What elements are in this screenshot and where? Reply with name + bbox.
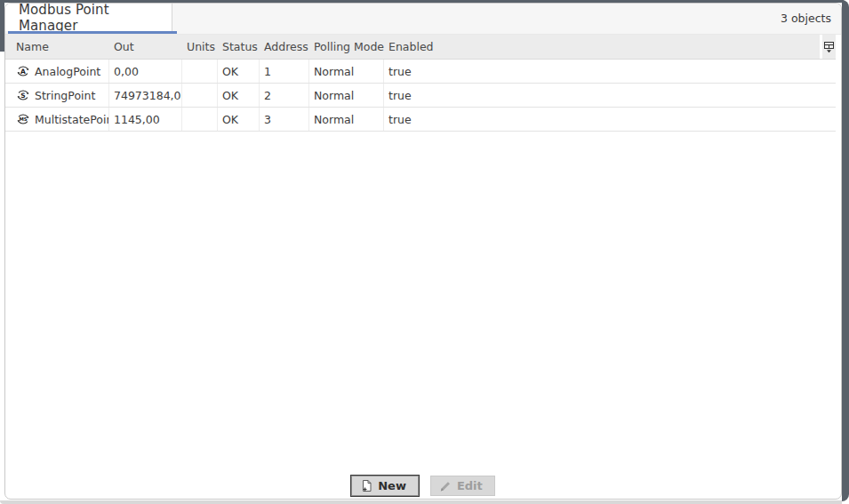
cell-enabled: true — [384, 108, 820, 131]
cell-status: OK — [218, 60, 260, 83]
column-header-enabled[interactable]: Enabled — [384, 40, 820, 53]
column-header-units[interactable]: Units — [182, 40, 218, 53]
point-name: AnalogPoint — [35, 65, 100, 78]
table-header-row: Name Out Units Status Address Polling Mo… — [5, 35, 836, 60]
column-header-polling-mode[interactable]: Polling Mode — [309, 40, 384, 53]
edit-pencil-icon — [439, 480, 452, 492]
column-header-out[interactable]: Out — [109, 40, 182, 53]
table-row-stringpoint[interactable]: S StringPoint 74973184,00 OK 2 Normal tr… — [5, 84, 836, 108]
tab-bar: Modbus Point Manager 3 objects — [5, 4, 841, 35]
cell-units — [182, 108, 218, 131]
cell-polling-mode: Normal — [309, 108, 384, 131]
multistate-point-icon: MS — [16, 112, 30, 126]
active-tab-indicator — [8, 31, 177, 34]
object-count-label: 3 objects — [781, 12, 831, 25]
edit-button-label: Edit — [457, 479, 483, 492]
svg-text:S: S — [20, 92, 25, 100]
point-name: MultistatePoint — [35, 113, 109, 126]
page-title: Modbus Point Manager — [19, 3, 172, 34]
column-header-name[interactable]: Name — [5, 40, 109, 53]
cell-out: 1145,00 — [109, 108, 182, 131]
table-body: A AnalogPoint 0,00 OK 1 Normal true S — [5, 60, 841, 132]
cell-out: 0,00 — [109, 60, 182, 83]
new-button[interactable]: New — [351, 476, 419, 496]
cell-enabled: true — [384, 84, 820, 107]
table-row-multistatepoint[interactable]: MS MultistatePoint 1145,00 OK 3 Normal t… — [5, 108, 836, 132]
cell-units — [182, 84, 218, 107]
table-options-icon — [823, 41, 835, 53]
cell-polling-mode: Normal — [309, 60, 384, 83]
new-button-label: New — [378, 479, 406, 492]
cell-status: OK — [218, 108, 260, 131]
action-bar: New Edit — [5, 476, 841, 496]
row-spacer — [820, 84, 836, 107]
column-header-status[interactable]: Status — [218, 40, 260, 53]
point-name: StringPoint — [35, 89, 95, 102]
svg-text:A: A — [20, 68, 26, 76]
analog-point-icon: A — [16, 64, 30, 78]
table-row-analogpoint[interactable]: A AnalogPoint 0,00 OK 1 Normal true — [5, 60, 836, 84]
string-point-icon: S — [16, 88, 30, 102]
row-spacer — [820, 60, 836, 83]
cell-address: 2 — [260, 84, 309, 107]
column-header-address[interactable]: Address — [260, 40, 309, 53]
new-document-icon — [360, 479, 372, 492]
edit-button[interactable]: Edit — [430, 476, 495, 496]
cell-address: 3 — [260, 108, 309, 131]
table-options-button[interactable] — [820, 35, 836, 59]
cell-status: OK — [218, 84, 260, 107]
row-spacer — [820, 108, 836, 131]
tab-modbus-point-manager[interactable]: Modbus Point Manager — [5, 4, 172, 31]
cell-polling-mode: Normal — [309, 84, 384, 107]
app-frame-bottom — [0, 500, 842, 504]
svg-text:MS: MS — [19, 116, 27, 122]
cell-out: 74973184,00 — [109, 84, 182, 107]
app-frame-right — [842, 0, 849, 501]
modbus-point-manager-panel: Modbus Point Manager 3 objects Name Out … — [4, 3, 842, 500]
cell-enabled: true — [384, 60, 820, 83]
cell-address: 1 — [260, 60, 309, 83]
cell-units — [182, 60, 218, 83]
